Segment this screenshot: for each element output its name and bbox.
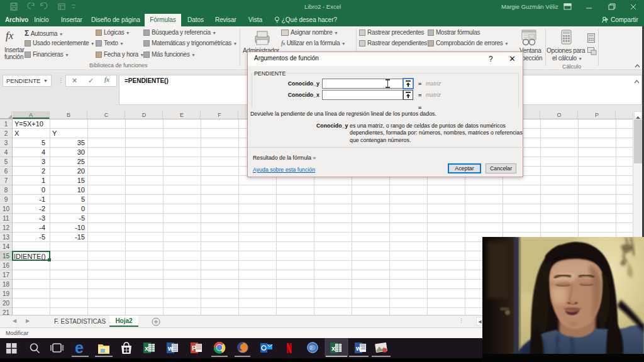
svg-text:x: x [145,344,149,352]
svg-text:x: x [331,344,336,352]
svg-text:w: w [355,344,362,352]
svg-text:fx: fx [6,30,14,41]
svg-text:e: e [75,339,84,356]
svg-text:w: w [167,344,174,352]
svg-text:P: P [192,344,196,352]
svg-text:2: 2 [310,345,313,351]
